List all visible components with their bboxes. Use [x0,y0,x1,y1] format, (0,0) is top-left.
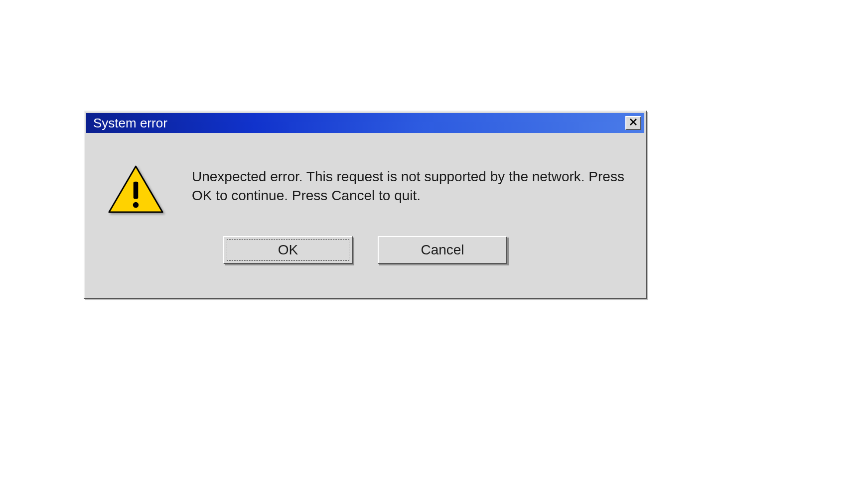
error-dialog: System error Unexpected error. This requ… [84,111,647,299]
dialog-message: Unexpected error. This request is not su… [192,164,626,205]
close-icon [629,118,637,128]
titlebar: System error [86,113,644,133]
svg-point-4 [133,202,139,208]
cancel-button-label: Cancel [421,242,464,258]
dialog-content: Unexpected error. This request is not su… [85,134,646,226]
cancel-button[interactable]: Cancel [378,236,507,264]
warning-icon [107,164,164,216]
ok-button-label: OK [278,242,298,258]
button-row: OK Cancel [85,226,646,264]
close-button[interactable] [625,116,641,130]
svg-rect-3 [134,182,139,199]
ok-button[interactable]: OK [223,236,353,264]
dialog-title: System error [93,116,167,131]
